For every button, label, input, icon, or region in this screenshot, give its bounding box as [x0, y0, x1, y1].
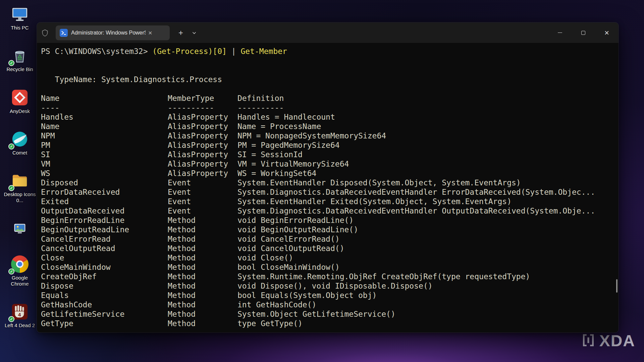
desktop-icon-label: Left 4 Dead 2: [5, 322, 35, 328]
desktop-icon-anydesk[interactable]: AnyDesk: [3, 88, 36, 114]
member-row: OutputDataReceivedEventSystem.Diagnostic…: [41, 206, 619, 216]
maximize-button[interactable]: [572, 22, 595, 43]
command-line: PS C:\WINDOWS\system32> (Get-Process)[0]…: [41, 47, 619, 56]
table-header-row: Name MemberType Definition: [41, 94, 619, 103]
member-table-rows: HandlesAliasPropertyHandles = Handlecoun…: [41, 112, 619, 328]
member-name: CloseMainWindow: [41, 262, 168, 272]
member-type: Method: [168, 234, 237, 244]
blank-line: [41, 65, 619, 75]
member-definition: type GetType(): [237, 319, 619, 328]
member-name: SI: [41, 150, 168, 159]
member-definition: System.Diagnostics.DataReceivedEventHand…: [237, 206, 619, 216]
member-row: NPMAliasPropertyNPM = NonpagedSystemMemo…: [41, 131, 619, 140]
member-row: WSAliasPropertyWS = WorkingSet64: [41, 169, 619, 178]
tab-powershell[interactable]: Administrator: Windows PowerShell ×: [56, 25, 170, 40]
member-definition: System.Object GetLifetimeService(): [237, 309, 619, 319]
member-row: CloseMainWindowMethodbool CloseMainWindo…: [41, 262, 619, 272]
member-row: PMAliasPropertyPM = PagedMemorySize64: [41, 140, 619, 150]
minimize-button[interactable]: [548, 22, 572, 43]
member-row: DisposeMethodvoid Dispose(), void IDispo…: [41, 281, 619, 291]
svg-text:4: 4: [18, 312, 21, 317]
sync-check-badge: ✓: [8, 185, 14, 191]
blank-line: [41, 56, 619, 65]
xda-watermark: XDA: [581, 331, 635, 350]
member-type: Method: [168, 253, 237, 262]
member-type: AliasProperty: [168, 159, 237, 169]
member-type: AliasProperty: [168, 122, 237, 131]
desktop-icon-recycle-bin[interactable]: ✓Recycle Bin: [3, 46, 36, 72]
tab-close-icon[interactable]: ×: [148, 29, 152, 36]
member-row: CancelErrorReadMethodvoid CancelErrorRea…: [41, 234, 619, 244]
member-type: Method: [168, 244, 237, 253]
member-name: VM: [41, 159, 168, 169]
member-definition: Name = ProcessName: [237, 122, 619, 131]
member-type: Event: [168, 206, 237, 216]
member-name: GetLifetimeService: [41, 309, 168, 319]
desktop-icon-label: Google Chrome: [4, 275, 36, 287]
member-name: CancelErrorRead: [41, 234, 168, 244]
folder-icon: ✓: [10, 171, 29, 190]
member-type: Method: [168, 272, 237, 281]
member-definition: void BeginOutputReadLine(): [237, 225, 619, 234]
member-type: AliasProperty: [168, 150, 237, 159]
sync-check-badge: ✓: [8, 316, 14, 322]
member-type: Method: [168, 262, 237, 272]
member-type: Method: [168, 216, 237, 225]
member-name: GetType: [41, 319, 168, 328]
member-type: Method: [168, 300, 237, 309]
underline-membertype: ----------: [168, 103, 237, 112]
sync-check-badge: ✓: [8, 268, 14, 275]
member-name: Disposed: [41, 178, 168, 187]
tab-title: Administrator: Windows PowerShell: [71, 30, 146, 36]
member-definition: System.Diagnostics.DataReceivedEventHand…: [237, 187, 619, 197]
member-row: BeginErrorReadLineMethodvoid BeginErrorR…: [41, 216, 619, 225]
member-definition: void Dispose(), void IDisposable.Dispose…: [237, 281, 619, 291]
member-definition: void CancelErrorRead(): [237, 234, 619, 244]
member-type: Event: [168, 197, 237, 206]
close-button[interactable]: ×: [595, 22, 619, 43]
member-row: ErrorDataReceivedEventSystem.Diagnostics…: [41, 187, 619, 197]
header-membertype: MemberType: [168, 94, 237, 103]
terminal-content[interactable]: PS C:\WINDOWS\system32> (Get-Process)[0]…: [37, 43, 619, 333]
desktop-icon-label: Recycle Bin: [6, 66, 33, 72]
member-definition: void CancelOutputRead(): [237, 244, 619, 253]
member-name: BeginErrorReadLine: [41, 216, 168, 225]
member-definition: NPM = NonpagedSystemMemorySize64: [237, 131, 619, 140]
recycle-bin-icon: ✓: [10, 46, 29, 65]
desktop-icon-comet[interactable]: ✓Comet: [3, 130, 36, 156]
member-name: ErrorDataReceived: [41, 187, 168, 197]
new-tab-button[interactable]: +: [176, 29, 186, 37]
desktop-icon-label: Desktop Icons 0...: [4, 191, 36, 204]
member-definition: System.EventHandler Disposed(System.Obje…: [237, 178, 619, 187]
titlebar[interactable]: Administrator: Windows PowerShell × + ×: [37, 22, 619, 43]
member-row: GetHashCodeMethodint GetHashCode(): [41, 300, 619, 309]
desktop-icon-this-pc[interactable]: This PC: [3, 5, 36, 31]
member-row: CancelOutputReadMethodvoid CancelOutputR…: [41, 244, 619, 253]
admin-shield-icon: [42, 29, 48, 37]
member-type: Method: [168, 291, 237, 300]
member-definition: Handles = Handlecount: [237, 112, 619, 122]
member-row: ExitedEventSystem.EventHandler Exited(Sy…: [41, 197, 619, 206]
desktop-icon-display[interactable]: [3, 219, 36, 239]
pipe-operator: |: [231, 47, 241, 56]
member-definition: WS = WorkingSet64: [237, 169, 619, 178]
member-row: CloseMethodvoid Close(): [41, 253, 619, 262]
member-row: NameAliasPropertyName = ProcessName: [41, 122, 619, 131]
table-underline-row: ---- ---------- ----------: [41, 103, 619, 112]
desktop-icon-chrome[interactable]: ✓Google Chrome: [3, 255, 36, 287]
scrollbar-thumb[interactable]: [616, 279, 618, 293]
member-row: CreateObjRefMethodSystem.Runtime.Remotin…: [41, 272, 619, 281]
member-row: VMAliasPropertyVM = VirtualMemorySize64: [41, 159, 619, 169]
desktop-icon-l4d2[interactable]: 4✓Left 4 Dead 2: [3, 302, 36, 328]
member-definition: void Close(): [237, 253, 619, 262]
underline-definition: ----------: [237, 103, 619, 112]
member-definition: System.EventHandler Exited(System.Object…: [237, 197, 619, 206]
desktop-icon-folder[interactable]: ✓Desktop Icons 0...: [3, 171, 36, 204]
tab-dropdown-button[interactable]: [190, 31, 199, 35]
member-type: AliasProperty: [168, 112, 237, 122]
member-name: Dispose: [41, 281, 168, 291]
member-name: OutputDataReceived: [41, 206, 168, 216]
member-type: Event: [168, 178, 237, 187]
member-row: BeginOutputReadLineMethodvoid BeginOutpu…: [41, 225, 619, 234]
minimize-icon: [558, 33, 562, 33]
